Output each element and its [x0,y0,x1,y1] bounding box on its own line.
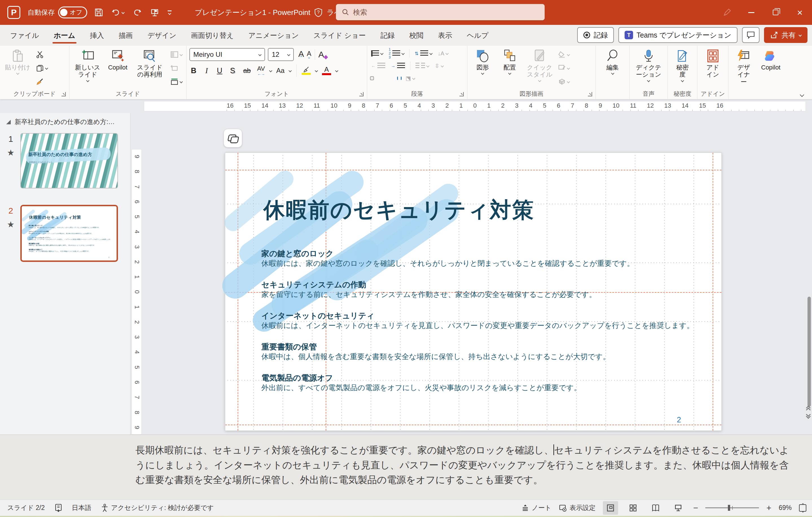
shape-effects-button[interactable] [557,76,571,87]
bold-button[interactable]: B [190,66,198,75]
dictate-button[interactable]: ディクテーション [633,48,664,83]
distribute-button[interactable] [397,76,402,80]
cut-button[interactable] [35,49,49,60]
align-right-button[interactable] [383,76,387,80]
decrease-font-size-button[interactable]: A⌄ [307,50,311,59]
tab-file[interactable]: ファイル [4,27,45,44]
font-color-button[interactable]: A [322,66,331,75]
tab-record[interactable]: 記録 [374,27,401,44]
copilot-floating-button[interactable] [224,129,242,147]
clear-formatting-button[interactable]: A [318,50,324,59]
zoom-slider-thumb[interactable] [728,505,730,511]
tab-draw[interactable]: 描画 [113,27,139,44]
vertical-scrollbar[interactable] [808,297,811,407]
tab-insert[interactable]: 挿入 [84,27,110,44]
editing-button[interactable]: 編集 [600,48,625,76]
zoom-level[interactable]: 69% [779,504,792,512]
increase-indent-button[interactable]: → [390,60,406,71]
align-text-vertical-button[interactable]: ⇳ [434,60,444,71]
close-button[interactable]: × [788,0,812,25]
fit-slide-to-window-button[interactable] [799,504,806,512]
zoom-in-button[interactable]: + [766,503,771,513]
underline-button[interactable]: U [215,66,224,75]
arrange-button[interactable]: 配置 [497,48,522,76]
format-painter-button[interactable] [35,76,49,87]
slide-1-thumbnail[interactable]: 新卒社員のための仕事の進め方 効率的な7つのポイント [20,133,118,188]
teams-present-button[interactable]: T Teams でプレゼンテーション [618,27,737,43]
tab-view[interactable]: 表示 [432,27,458,44]
drawing-dialog-launcher[interactable] [588,92,592,96]
strikethrough-button[interactable]: ab [241,67,253,75]
next-slide-button[interactable] [807,414,810,418]
display-settings-button[interactable]: 表示設定 [559,504,596,512]
paste-button[interactable]: 貼り付け [3,48,32,76]
vertical-ruler[interactable]: 9876543210123456789 [130,113,143,435]
tab-transitions[interactable]: 画面切り替え [185,27,240,44]
powerpoint-logo-icon[interactable]: P [7,6,20,19]
ink-pen-icon[interactable] [715,0,739,25]
comments-button[interactable] [742,27,759,43]
slideshow-view-button[interactable] [671,501,686,515]
copilot-ribbon-button[interactable]: Copilot [105,48,130,72]
text-direction-button[interactable]: ↓A [437,48,449,59]
shape-fill-button[interactable] [557,49,571,60]
decrease-indent-button[interactable]: ← [370,60,386,71]
align-center-button[interactable] [377,76,381,80]
shape-outline-button[interactable] [557,63,571,74]
tab-help[interactable]: ヘルプ [461,27,495,44]
tab-review[interactable]: 校閲 [403,27,430,44]
reuse-slides-button[interactable]: スライドの再利用 [133,48,167,79]
search-bar[interactable] [336,4,545,20]
normal-view-button[interactable] [603,501,618,515]
character-spacing-button[interactable]: AV←→ [257,65,265,76]
undo-button[interactable] [112,8,124,17]
tab-home[interactable]: ホーム [48,27,81,44]
increase-font-size-button[interactable]: A⌃ [298,50,304,60]
presentation-outline-header[interactable]: 新卒社員のための仕事の進め方:… [0,113,130,129]
line-spacing-button[interactable]: ⇅ [413,48,433,59]
slide-indicator[interactable]: スライド 2/2 [7,504,45,512]
redo-button[interactable] [133,8,142,17]
record-button[interactable]: 記録 [577,27,614,43]
start-slideshow-button[interactable] [150,8,159,17]
justify-button[interactable] [390,76,394,80]
paragraph-dialog-launcher[interactable] [460,92,464,96]
collapse-ribbon-button[interactable] [800,93,804,97]
font-name-select[interactable]: Meiryo UI [190,48,265,61]
accessibility-status[interactable]: アクセシビリティ: 検討が必要です [101,504,214,512]
sensitivity-button[interactable]: 秘密度 [670,48,695,83]
slide-body[interactable]: 家の鍵と窓のロック 休暇前には、家の鍵や窓のロックを確認し、それらがしっかりと閉… [29,225,113,254]
current-slide[interactable]: 休暇前のセキュリティ対策 家の鍵と窓のロック 休暇前には、家の鍵や窓のロックを確… [225,153,722,431]
minimize-button[interactable] [739,0,763,25]
section-button[interactable] [169,76,183,87]
copilot-button[interactable]: Copilot [758,48,783,72]
quick-styles-button[interactable]: クイック スタイル [524,48,555,83]
slide-title[interactable]: 休暇前のセキュリティ対策 [29,214,81,220]
previous-slide-button[interactable] [807,406,810,410]
designer-button[interactable]: デザイナー [731,48,756,86]
bullets-button[interactable] [370,48,384,59]
new-slide-button[interactable]: 新しいスライド [72,48,103,83]
italic-button[interactable]: I [202,66,211,75]
quick-access-menu-icon[interactable] [168,10,172,15]
copy-button[interactable] [35,63,49,74]
slide-2-thumbnail-selected[interactable]: 休暇前のセキュリティ対策 家の鍵と窓のロック 休暇前には、家の鍵や窓のロックを確… [20,205,118,262]
change-case-button[interactable]: Aa [276,67,285,75]
align-left-button[interactable] [370,76,374,80]
clipboard-dialog-launcher[interactable] [61,92,66,96]
horizontal-ruler[interactable]: 1615141312111098765432101234567891011121… [144,100,806,113]
zoom-slider[interactable] [705,508,759,508]
font-size-select[interactable]: 12 [268,48,294,61]
slide-body[interactable]: 家の鍵と窓のロック 休暇前には、家の鍵や窓のロックを確認し、それらがしっかりと閉… [261,249,702,404]
notes-toggle-button[interactable]: ノート [522,504,551,512]
slide-sorter-view-button[interactable] [626,501,641,515]
highlight-color-button[interactable] [302,66,311,75]
tab-design[interactable]: デザイン [141,27,183,44]
animation-star-icon[interactable]: ★ [7,148,14,158]
notes-pane[interactable]: 長期休暇前には、セキュリティ対策を強化することが重要です。家の鍵や窓のロックを確… [0,435,812,499]
convert-to-smartart-button[interactable]: ⬔ [404,73,416,84]
reading-view-button[interactable] [648,501,663,515]
autosave-toggle[interactable]: 自動保存 オフ [28,6,87,18]
slide-title[interactable]: 休暇前のセキュリティ対策 [263,196,534,225]
save-button[interactable] [94,8,103,17]
